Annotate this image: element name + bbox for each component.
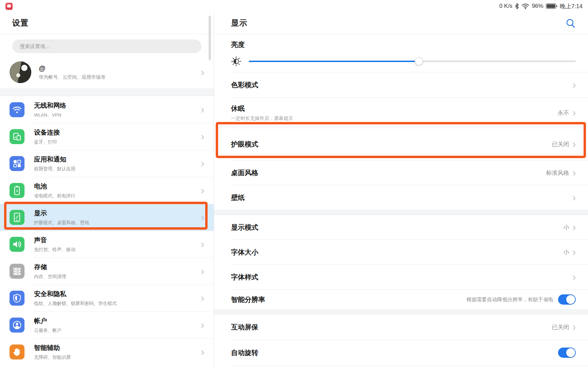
brightness-row: 亮度 bbox=[214, 34, 588, 72]
row-value: 小 bbox=[564, 248, 569, 256]
chevron-right-icon: › bbox=[201, 67, 204, 78]
brightness-slider-thumb[interactable] bbox=[415, 57, 423, 65]
sidebar-item-battery[interactable]: 电池 省电模式、耗电排行 › bbox=[0, 177, 214, 204]
huawei-account-row[interactable]: @ 华为帐号、云空间、应用市场等 › bbox=[0, 58, 214, 89]
item-subtitle: 云服务、帐户 bbox=[34, 327, 201, 334]
page-title: 设置 bbox=[12, 18, 29, 28]
chevron-right-icon: › bbox=[573, 322, 576, 333]
display-icon bbox=[10, 210, 24, 225]
color-mode-row[interactable]: 色彩模式 › bbox=[214, 72, 588, 97]
panel-title: 显示 bbox=[231, 18, 566, 28]
scrollbar-thumb[interactable] bbox=[209, 16, 211, 60]
search-input[interactable]: 搜索设置项... bbox=[12, 40, 201, 53]
item-subtitle: 无障碍、智能识屏 bbox=[34, 354, 201, 361]
chevron-right-icon: › bbox=[573, 222, 576, 233]
item-subtitle: 免打扰、铃声、振动 bbox=[34, 247, 201, 253]
chevron-right-icon: › bbox=[201, 346, 204, 357]
wifi-icon bbox=[521, 3, 529, 9]
smart-resolution-row: 智能分辨率 根据需要自动降低分辨率，有助于省电 bbox=[214, 290, 588, 309]
sidebar-item-display[interactable]: 显示 护眼模式、桌面风格、壁纸 › bbox=[0, 204, 214, 231]
row-value: 已关闭 bbox=[552, 140, 569, 148]
sidebar-item-security-privacy[interactable]: 安全和隐私 指纹、人脸解锁、锁屏和密码、学生模式 › bbox=[0, 285, 214, 311]
row-value: 永不 bbox=[558, 109, 569, 117]
sidebar-item-storage[interactable]: 存储 内存、空间清理 › bbox=[0, 258, 214, 285]
row-label: 休眠 bbox=[231, 104, 293, 113]
search-placeholder: 搜索设置项... bbox=[20, 43, 50, 50]
sound-icon bbox=[10, 237, 24, 252]
chevron-right-icon: › bbox=[201, 158, 204, 169]
chevron-right-icon: › bbox=[201, 212, 204, 223]
chevron-right-icon: › bbox=[201, 185, 204, 196]
row-value: 标准风格 bbox=[546, 169, 569, 177]
auto-rotate-toggle[interactable] bbox=[558, 348, 576, 358]
storage-icon bbox=[10, 264, 24, 279]
display-settings-panel: 显示 亮度 bbox=[214, 12, 588, 368]
account-icon bbox=[10, 318, 24, 333]
brightness-label: 亮度 bbox=[231, 40, 576, 49]
sidebar-item-wireless[interactable]: 无线和网络 WLAN、VPN › bbox=[0, 96, 214, 123]
item-title: 显示 bbox=[34, 209, 201, 218]
wifi-icon bbox=[10, 102, 24, 117]
font-style-row[interactable]: 字体样式 › bbox=[214, 265, 588, 289]
item-subtitle: 省电模式、耗电排行 bbox=[34, 193, 201, 199]
wallpaper-row[interactable]: 壁纸 › bbox=[214, 185, 588, 210]
item-title: 设备连接 bbox=[34, 128, 201, 137]
avatar bbox=[10, 61, 31, 83]
sidebar-item-sound[interactable]: 声音 免打扰、铃声、振动 › bbox=[0, 231, 214, 258]
item-subtitle: 蓝牙、打印 bbox=[34, 139, 201, 145]
row-label: 字体样式 bbox=[231, 273, 258, 282]
item-subtitle: 指纹、人脸解锁、锁屏和密码、学生模式 bbox=[34, 301, 201, 307]
account-subtitle: 华为帐号、云空间、应用市场等 bbox=[39, 74, 201, 80]
sleep-row[interactable]: 休眠 一定时长无操作后，屏幕熄灭 永不 › bbox=[214, 98, 588, 128]
chevron-right-icon: › bbox=[573, 107, 576, 118]
row-label: 显示模式 bbox=[231, 223, 258, 232]
section-divider bbox=[214, 309, 588, 315]
row-label: 互动屏保 bbox=[231, 323, 258, 332]
display-mode-row[interactable]: 显示模式 小 › bbox=[214, 215, 588, 240]
smart-resolution-toggle[interactable] bbox=[558, 294, 576, 305]
row-subtitle: 一定时长无操作后，屏幕熄灭 bbox=[231, 116, 293, 122]
sidebar-item-device-connect[interactable]: 设备连接 蓝牙、打印 › bbox=[0, 123, 214, 150]
chevron-right-icon: › bbox=[201, 104, 204, 115]
item-title: 应用和通知 bbox=[34, 155, 201, 164]
item-title: 帐户 bbox=[34, 317, 201, 325]
notification-app-badge-icon bbox=[5, 3, 13, 10]
brightness-slider[interactable] bbox=[249, 61, 576, 62]
row-value: 已关闭 bbox=[552, 323, 569, 331]
row-label: 桌面风格 bbox=[231, 168, 258, 178]
interactive-screensaver-row[interactable]: 互动屏保 已关闭 › bbox=[214, 315, 588, 340]
item-subtitle: 内存、空间清理 bbox=[34, 274, 201, 280]
settings-sidebar: 设置 搜索设置项... @ 华为帐号、云空间、应用市场等 › bbox=[0, 12, 214, 368]
item-title: 存储 bbox=[34, 263, 201, 272]
chevron-right-icon: › bbox=[201, 265, 204, 276]
settings-screen: 0 K/s 96% 晚上7:14 bbox=[0, 0, 588, 368]
row-label: 壁纸 bbox=[231, 193, 245, 202]
chevron-right-icon: › bbox=[573, 192, 576, 203]
section-divider bbox=[0, 89, 214, 96]
sidebar-item-apps-notifications[interactable]: 应用和通知 权限管理、默认应用 › bbox=[0, 150, 214, 177]
chevron-right-icon: › bbox=[201, 239, 204, 249]
chevron-right-icon: › bbox=[573, 247, 576, 258]
network-speed: 0 K/s bbox=[499, 3, 512, 10]
font-size-row[interactable]: 字体大小 小 › bbox=[214, 240, 588, 264]
brightness-slider-fill bbox=[249, 61, 419, 62]
item-title: 安全和隐私 bbox=[34, 290, 201, 298]
panel-header: 显示 bbox=[214, 12, 588, 34]
item-title: 声音 bbox=[34, 236, 201, 245]
toggle-knob bbox=[566, 348, 575, 357]
sidebar-item-smart-assistance[interactable]: 智能辅助 无障碍、智能识屏 › bbox=[0, 338, 214, 365]
row-value: 小 bbox=[564, 224, 569, 231]
item-title: 电池 bbox=[34, 182, 201, 191]
eye-comfort-row[interactable]: 护眼模式 已关闭 › bbox=[214, 128, 588, 160]
item-subtitle: WLAN、VPN bbox=[34, 112, 201, 118]
search-icon[interactable] bbox=[566, 18, 576, 28]
item-subtitle: 权限管理、默认应用 bbox=[34, 166, 201, 172]
device-connect-icon bbox=[10, 129, 24, 144]
battery-icon bbox=[10, 183, 24, 198]
chevron-right-icon: › bbox=[201, 131, 204, 142]
chevron-right-icon: › bbox=[573, 139, 576, 150]
row-label: 护眼模式 bbox=[231, 140, 258, 149]
status-bar: 0 K/s 96% 晚上7:14 bbox=[0, 0, 588, 12]
desktop-style-row[interactable]: 桌面风格 标准风格 › bbox=[214, 160, 588, 185]
sidebar-item-accounts[interactable]: 帐户 云服务、帐户 › bbox=[0, 311, 214, 338]
